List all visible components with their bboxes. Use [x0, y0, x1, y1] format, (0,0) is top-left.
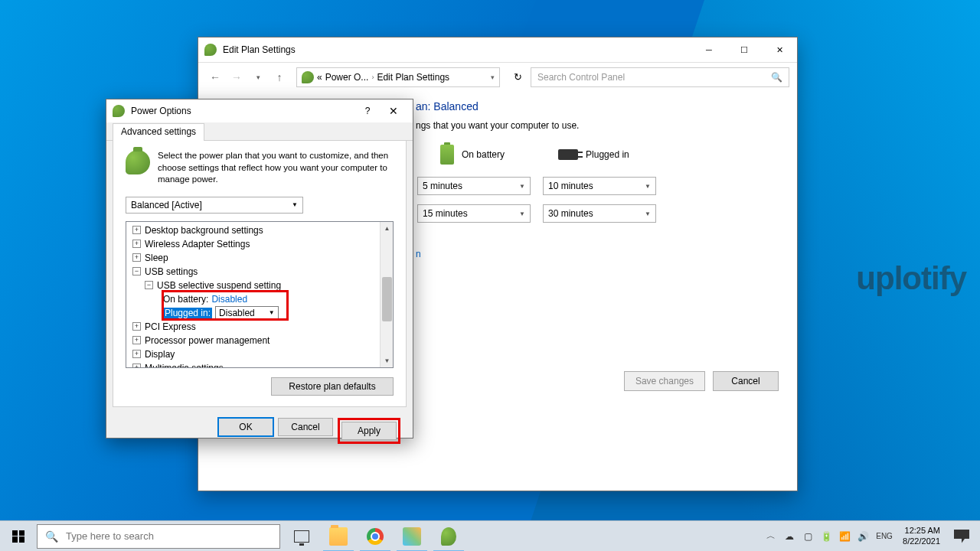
close-button[interactable]: ✕	[762, 37, 797, 62]
minimize-button[interactable]: ─	[691, 37, 727, 62]
tree-item-usb-selective-suspend[interactable]: USB selective suspend setting	[157, 280, 281, 291]
row1-plugged-dropdown[interactable]: 10 minutes▼	[543, 177, 656, 195]
chevron-down-icon: ▼	[645, 210, 651, 217]
apply-button[interactable]: Apply	[341, 422, 397, 440]
search-icon[interactable]: 🔍	[771, 72, 782, 83]
row2-battery-dropdown[interactable]: 15 minutes▼	[417, 204, 531, 223]
start-button[interactable]	[0, 521, 37, 552]
clock[interactable]: 12:25 AM 8/22/2021	[898, 526, 945, 546]
tab-advanced-settings[interactable]: Advanced settings	[113, 123, 204, 141]
titlebar[interactable]: Edit Plan Settings ─ ☐ ✕	[198, 37, 797, 62]
taskbar-app-3[interactable]	[394, 521, 430, 552]
scroll-down-icon[interactable]: ▼	[381, 354, 394, 367]
maximize-button[interactable]: ☐	[727, 37, 762, 62]
history-dropdown-icon[interactable]: ▾	[249, 68, 267, 86]
scrollbar[interactable]: ▲ ▼	[380, 222, 393, 367]
tree-item[interactable]: Multimedia settings	[145, 363, 224, 368]
expand-icon[interactable]: +	[132, 350, 141, 358]
plan-subtext: ngs that you want your computer to use.	[416, 120, 779, 131]
cancel-button[interactable]: Cancel	[278, 418, 333, 436]
tree-item-plugged-in[interactable]: Plugged in:Disabled▼	[126, 306, 393, 320]
taskbar-chrome[interactable]	[357, 521, 394, 552]
tree-item[interactable]: Sleep	[145, 253, 168, 263]
tree-item[interactable]: Display	[145, 349, 175, 360]
date-text: 8/22/2021	[903, 536, 940, 546]
onedrive-icon[interactable]: ☁	[782, 521, 797, 552]
tree-item[interactable]: Desktop background settings	[145, 225, 263, 236]
power-app-icon	[113, 105, 125, 117]
task-view-button[interactable]	[283, 521, 320, 552]
taskbar-power-options[interactable]	[430, 521, 467, 552]
on-battery-label: On battery	[462, 149, 505, 160]
expand-icon[interactable]: +	[132, 364, 141, 368]
tab-strip: Advanced settings	[106, 122, 413, 141]
dropdown-value: 10 minutes	[548, 181, 593, 191]
collapse-icon[interactable]: −	[132, 267, 141, 276]
row1-battery-dropdown[interactable]: 5 minutes▼	[417, 177, 531, 195]
expand-icon[interactable]: +	[132, 336, 141, 344]
help-button[interactable]: ?	[354, 106, 381, 116]
back-button[interactable]: ←	[206, 68, 224, 86]
scroll-thumb[interactable]	[382, 277, 392, 321]
dropdown-value: 5 minutes	[423, 181, 462, 191]
power-app-icon	[204, 44, 217, 56]
taskbar-file-explorer[interactable]	[320, 521, 357, 552]
power-plan-dropdown[interactable]: Balanced [Active] ▼	[126, 197, 303, 214]
tree-item-usb-settings[interactable]: USB settings	[145, 266, 198, 277]
expand-icon[interactable]: +	[132, 226, 141, 234]
tree-item[interactable]: Wireless Adapter Settings	[145, 239, 250, 249]
forward-button[interactable]: →	[227, 68, 246, 86]
tree-item[interactable]: Processor power management	[145, 335, 270, 346]
system-tray: ︿ ☁ ▢ 🔋 📶 🔊 ENG 12:25 AM 8/22/2021	[763, 521, 980, 552]
on-battery-header: On battery	[440, 145, 505, 165]
search-control-panel-input[interactable]: Search Control Panel 🔍	[531, 67, 789, 87]
collapse-icon[interactable]: −	[145, 281, 153, 289]
chevron-right-icon: ›	[371, 73, 374, 81]
breadcrumb-power-icon	[302, 71, 314, 83]
setting-value-combo[interactable]: Disabled▼	[215, 306, 279, 320]
search-placeholder: Type here to search	[66, 530, 154, 542]
breadcrumb-bar[interactable]: « Power O... › Edit Plan Settings ▾	[296, 67, 500, 87]
search-icon: 🔍	[45, 530, 58, 543]
meet-now-icon[interactable]: ▢	[800, 521, 815, 552]
restore-defaults-button[interactable]: Restore plan defaults	[271, 377, 394, 396]
setting-value-link[interactable]: Disabled	[211, 294, 247, 305]
taskbar: 🔍 Type here to search ︿ ☁ ▢ 🔋 📶 🔊 ENG 12…	[0, 520, 980, 551]
cancel-button[interactable]: Cancel	[713, 371, 779, 391]
battery-tray-icon[interactable]: 🔋	[818, 521, 834, 552]
chevron-down-icon[interactable]: ▾	[491, 73, 495, 81]
ok-button[interactable]: OK	[218, 418, 273, 436]
expand-icon[interactable]: +	[132, 322, 141, 331]
tray-overflow-button[interactable]: ︿	[763, 521, 779, 552]
tree-item-on-battery[interactable]: On battery:Disabled	[126, 292, 393, 306]
taskbar-search-input[interactable]: 🔍 Type here to search	[37, 524, 280, 549]
wifi-icon[interactable]: 📶	[837, 521, 852, 552]
save-changes-button[interactable]: Save changes	[624, 371, 705, 391]
app-icon	[403, 527, 421, 546]
power-options-dialog: Power Options ? ✕ Advanced settings Sele…	[106, 99, 413, 439]
up-button[interactable]: ↑	[270, 68, 289, 86]
plugged-in-header: Plugged in	[558, 149, 629, 160]
expand-icon[interactable]: +	[132, 253, 141, 262]
scroll-up-icon[interactable]: ▲	[381, 222, 394, 235]
tree-item[interactable]: PCI Express	[145, 321, 196, 332]
volume-icon[interactable]: 🔊	[855, 521, 871, 552]
refresh-button[interactable]: ↻	[508, 67, 528, 87]
dialog-description: Select the power plan that you want to c…	[158, 150, 394, 186]
dialog-titlebar[interactable]: Power Options ? ✕	[106, 99, 413, 122]
partial-link[interactable]: n	[416, 249, 779, 259]
setting-label: On battery:	[163, 294, 208, 305]
row2-plugged-dropdown[interactable]: 30 minutes▼	[543, 204, 656, 223]
breadcrumb-part1[interactable]: Power O...	[325, 72, 369, 83]
chevron-down-icon: ▼	[519, 183, 525, 190]
language-icon[interactable]: ENG	[874, 521, 895, 552]
explorer-navbar: ← → ▾ ↑ « Power O... › Edit Plan Setting…	[198, 62, 797, 91]
settings-tree[interactable]: +Desktop background settings +Wireless A…	[126, 221, 394, 368]
plug-icon	[558, 149, 578, 160]
breadcrumb-part2[interactable]: Edit Plan Settings	[377, 72, 449, 83]
expand-icon[interactable]: +	[132, 240, 141, 248]
close-button[interactable]: ✕	[381, 105, 407, 117]
notifications-icon[interactable]	[954, 530, 969, 543]
search-placeholder: Search Control Panel	[537, 72, 625, 83]
breadcrumb-chevron: «	[317, 72, 322, 83]
